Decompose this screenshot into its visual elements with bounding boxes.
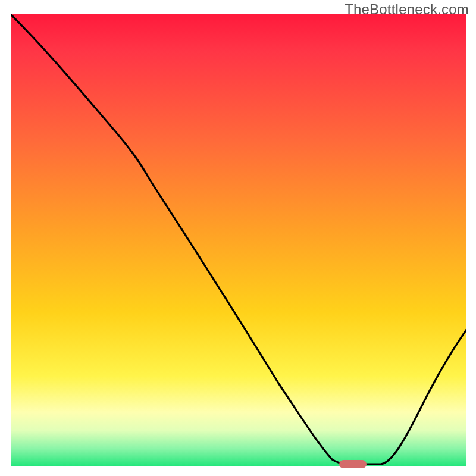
bottleneck-chart: TheBottleneck.com [0,0,476,476]
bottleneck-curve-svg [11,14,466,466]
bottleneck-curve-path [11,14,466,465]
watermark-text: TheBottleneck.com [345,1,469,18]
optimal-point-marker [339,460,367,468]
plot-area [11,14,466,466]
